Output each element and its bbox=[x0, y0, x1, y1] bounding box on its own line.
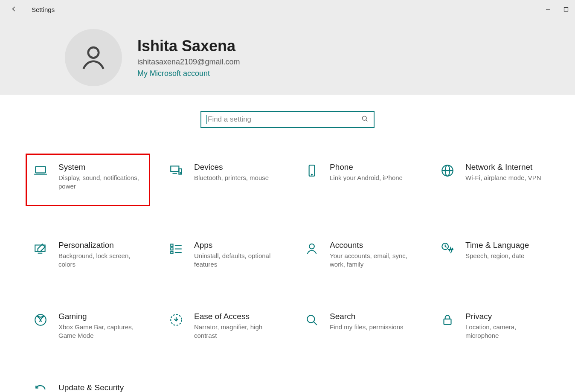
category-title: Apps bbox=[194, 241, 279, 250]
globe-icon bbox=[439, 163, 456, 197]
category-desc: Display, sound, notifications, power bbox=[58, 174, 144, 190]
settings-header: Settings Ishita Saxena ishitasaxena2109@… bbox=[0, 0, 575, 95]
devices-icon bbox=[168, 163, 185, 197]
category-desc: Find my files, permissions bbox=[330, 323, 404, 331]
category-title: Personalization bbox=[58, 241, 144, 250]
text-cursor bbox=[206, 115, 207, 124]
person-icon bbox=[303, 241, 320, 268]
maximize-button[interactable] bbox=[563, 6, 569, 12]
category-ease-of-access[interactable]: Ease of Access Narrator, magnifier, high… bbox=[161, 303, 286, 348]
category-title: Update & Security bbox=[58, 383, 144, 392]
categories-grid: System Display, sound, notifications, po… bbox=[11, 154, 564, 392]
avatar[interactable] bbox=[65, 29, 122, 86]
svg-line-29 bbox=[314, 322, 317, 325]
minimize-button[interactable] bbox=[545, 6, 551, 12]
laptop-icon bbox=[32, 163, 49, 190]
pen-monitor-icon bbox=[32, 241, 49, 268]
category-devices[interactable]: Devices Bluetooth, printers, mouse bbox=[161, 154, 286, 206]
xbox-icon bbox=[32, 312, 49, 340]
svg-point-9 bbox=[180, 172, 181, 173]
svg-rect-18 bbox=[171, 244, 173, 246]
category-system[interactable]: System Display, sound, notifications, po… bbox=[26, 154, 150, 206]
lock-icon bbox=[439, 312, 456, 340]
back-button[interactable] bbox=[9, 5, 18, 15]
user-email: ishitasaxena2109@gmail.com bbox=[137, 58, 240, 67]
category-desc: Narrator, magnifier, high contrast bbox=[194, 323, 279, 340]
category-desc: Location, camera, microphone bbox=[465, 323, 551, 340]
svg-rect-20 bbox=[171, 251, 173, 253]
svg-rect-1 bbox=[564, 8, 568, 12]
user-name: Ishita Saxena bbox=[137, 37, 240, 55]
category-desc: Background, lock screen, colors bbox=[58, 252, 144, 268]
search-input[interactable] bbox=[208, 115, 361, 124]
ms-account-link[interactable]: My Microsoft account bbox=[137, 69, 240, 78]
category-desc: Link your Android, iPhone bbox=[330, 174, 403, 182]
category-desc: Bluetooth, printers, mouse bbox=[194, 174, 269, 182]
search-wrap bbox=[0, 111, 575, 128]
category-desc: Xbox Game Bar, captures, Game Mode bbox=[58, 323, 144, 340]
ease-of-access-icon bbox=[168, 312, 185, 340]
search-icon[interactable] bbox=[361, 115, 369, 124]
category-network[interactable]: Network & Internet Wi-Fi, airplane mode,… bbox=[433, 154, 557, 206]
category-title: Search bbox=[330, 312, 404, 321]
svg-rect-30 bbox=[444, 319, 451, 325]
category-search[interactable]: Search Find my files, permissions bbox=[297, 303, 421, 348]
category-title: Devices bbox=[194, 163, 269, 172]
category-title: Ease of Access bbox=[194, 312, 279, 321]
category-desc: Your accounts, email, sync, work, family bbox=[330, 252, 415, 268]
category-update-security[interactable]: Update & Security Windows Update, recove… bbox=[26, 374, 150, 392]
account-block: Ishita Saxena ishitasaxena2109@gmail.com… bbox=[65, 29, 240, 86]
category-time-language[interactable]: Time & Language Speech, region, date bbox=[433, 232, 557, 277]
category-accounts[interactable]: Accounts Your accounts, email, sync, wor… bbox=[297, 232, 421, 277]
window-controls bbox=[545, 6, 569, 12]
svg-rect-7 bbox=[171, 166, 179, 171]
category-title: Accounts bbox=[330, 241, 415, 250]
svg-point-12 bbox=[311, 174, 312, 175]
category-title: Privacy bbox=[465, 312, 551, 321]
apps-list-icon bbox=[168, 241, 185, 268]
window-title: Settings bbox=[32, 6, 55, 13]
category-title: Gaming bbox=[58, 312, 144, 321]
svg-point-3 bbox=[362, 116, 366, 120]
svg-point-24 bbox=[309, 244, 314, 249]
search-box[interactable] bbox=[200, 111, 375, 128]
category-personalization[interactable]: Personalization Background, lock screen,… bbox=[26, 232, 150, 277]
svg-point-2 bbox=[88, 47, 99, 58]
category-title: Phone bbox=[330, 163, 403, 172]
category-gaming[interactable]: Gaming Xbox Game Bar, captures, Game Mod… bbox=[26, 303, 150, 348]
search-big-icon bbox=[303, 312, 320, 340]
svg-rect-5 bbox=[35, 166, 45, 173]
titlebar: Settings bbox=[0, 0, 575, 19]
phone-icon bbox=[303, 163, 320, 197]
category-desc: Speech, region, date bbox=[465, 252, 529, 260]
category-desc: Uninstall, defaults, optional features bbox=[194, 252, 279, 268]
category-title: Time & Language bbox=[465, 241, 529, 250]
svg-rect-19 bbox=[171, 248, 173, 250]
category-apps[interactable]: Apps Uninstall, defaults, optional featu… bbox=[161, 232, 286, 277]
sync-icon bbox=[32, 383, 49, 392]
svg-point-28 bbox=[307, 315, 314, 322]
category-title: Network & Internet bbox=[465, 163, 541, 172]
category-title: System bbox=[58, 163, 144, 172]
category-privacy[interactable]: Privacy Location, camera, microphone bbox=[433, 303, 557, 348]
svg-line-4 bbox=[366, 120, 367, 121]
category-phone[interactable]: Phone Link your Android, iPhone bbox=[297, 154, 421, 206]
time-language-icon bbox=[439, 241, 456, 268]
category-desc: Wi-Fi, airplane mode, VPN bbox=[465, 174, 541, 182]
